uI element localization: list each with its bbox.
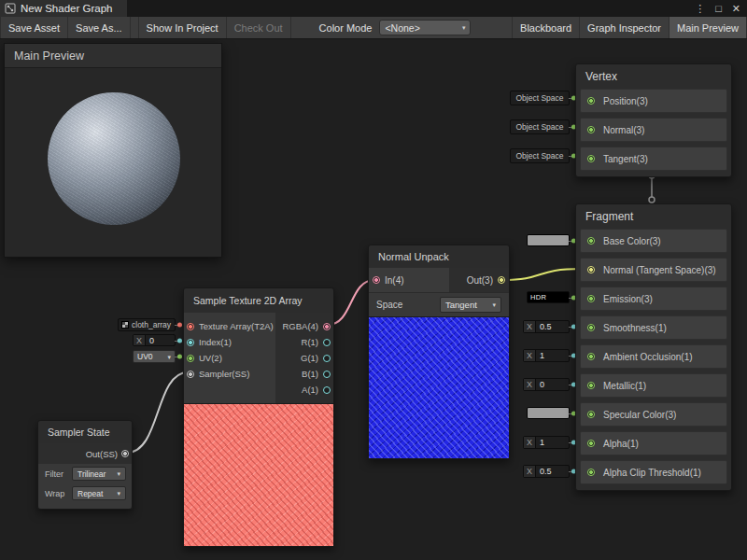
normal-unpack-output: Out(3) (449, 268, 509, 292)
fragment-row-specular-color[interactable]: Specular Color(3) (580, 402, 727, 427)
vertex-row-position[interactable]: Position(3) (580, 89, 727, 113)
fragment-row-smoothness[interactable]: Smoothness(1) (580, 315, 727, 340)
out-ss-port[interactable] (121, 450, 129, 457)
preview-sphere (48, 92, 180, 225)
main-preview-toggle[interactable]: Main Preview (669, 17, 747, 38)
uv-channel-dropdown[interactable]: UV0 ▾ (133, 350, 176, 363)
a-port[interactable] (323, 386, 331, 394)
vertex-node-title[interactable]: Vertex (576, 64, 731, 89)
texture-array-field[interactable]: cloth_array (118, 318, 176, 331)
normal-unpack-title[interactable]: Normal Unpack (369, 245, 509, 268)
fragment-node-title[interactable]: Fragment (576, 204, 731, 229)
smoothness-field[interactable]: X0.5 (523, 320, 570, 333)
graph-inspector-toggle[interactable]: Graph Inspector (580, 17, 669, 38)
position-port[interactable] (587, 97, 595, 105)
space-label: Object Space (515, 151, 563, 161)
close-icon[interactable]: ✕ (732, 0, 740, 17)
fragment-node: Fragment Base Color(3) Normal (Tangent S… (575, 203, 732, 491)
texture-array-port[interactable] (187, 323, 194, 330)
ambient-occlusion-field[interactable]: X1 (523, 349, 570, 362)
out-port[interactable] (498, 276, 505, 284)
specular-color-port[interactable] (587, 411, 595, 418)
kebab-menu-icon[interactable]: ⋮ (695, 0, 705, 17)
space-label: Object Space (515, 122, 563, 132)
normal-tangent-port[interactable] (587, 266, 595, 273)
fragment-row-ambient-occlusion[interactable]: Ambient Occlusion(1) (580, 344, 727, 369)
alpha-field[interactable]: X1 (523, 436, 570, 449)
b-port[interactable] (323, 371, 331, 378)
space-label: Object Space (515, 93, 563, 103)
emission-port[interactable] (587, 295, 595, 302)
wire-out-to-normal[interactable] (502, 269, 582, 280)
ambient-occlusion-port[interactable] (587, 353, 595, 360)
blackboard-toggle[interactable]: Blackboard (512, 17, 580, 38)
chevron-down-icon: ▾ (462, 24, 466, 31)
sampler-port[interactable] (187, 371, 194, 378)
sample-node-title[interactable]: Sample Texture 2D Array (184, 288, 333, 313)
vertex-row-normal[interactable]: Normal(3) (580, 118, 727, 142)
sampler-state-output: Out(SS) (38, 443, 132, 464)
fragment-row-alpha[interactable]: Alpha(1) (580, 431, 727, 455)
wrap-label: Wrap (45, 489, 64, 498)
color-mode-dropdown[interactable]: <None> ▾ (379, 20, 471, 35)
metallic-port[interactable] (587, 382, 595, 389)
chevron-down-icon: ▾ (492, 301, 496, 308)
wire-samplerstate-to-sampler[interactable] (127, 372, 188, 453)
output-b: B(1) (275, 366, 333, 382)
output-g: G(1) (275, 350, 333, 366)
fragment-row-alpha-clip[interactable]: Alpha Clip Threshold(1) (580, 460, 727, 484)
input-index: Index(1) (184, 334, 275, 350)
specular-color-swatch[interactable] (527, 407, 570, 419)
filter-dropdown[interactable]: Trilinear ▾ (72, 467, 126, 481)
output-a: A(1) (275, 382, 333, 398)
save-asset-button[interactable]: Save Asset (0, 17, 68, 38)
hdr-badge: HDR (528, 293, 546, 301)
metallic-field[interactable]: X0 (523, 378, 570, 391)
smoothness-port[interactable] (587, 324, 595, 331)
emission-hdr-swatch[interactable]: HDR (527, 291, 570, 303)
base-color-swatch[interactable] (527, 234, 570, 246)
index-port[interactable] (187, 339, 194, 346)
port-dot (177, 338, 182, 343)
main-preview-body (5, 68, 221, 257)
check-out-button[interactable]: Check Out (227, 17, 291, 38)
shader-graph-tab[interactable]: New Shader Graph (0, 0, 127, 17)
texture-thumbnail-icon (121, 321, 129, 329)
sampler-state-title[interactable]: Sampler State (38, 421, 132, 443)
normal-space-dropdown[interactable]: Object Space (510, 119, 570, 134)
fragment-row-normal[interactable]: Normal (Tangent Space)(3) (580, 258, 727, 282)
save-as-button[interactable]: Save As... (68, 17, 131, 38)
output-r: R(1) (275, 334, 333, 350)
wrap-dropdown[interactable]: Repeat ▾ (72, 486, 126, 500)
vertex-row-tangent[interactable]: Tangent(3) (580, 147, 727, 171)
r-port[interactable] (323, 339, 331, 346)
input-texture-array: Texture Array(T2A) (184, 318, 275, 334)
maximize-icon[interactable]: □ (715, 0, 722, 17)
index-field[interactable]: X0 (133, 334, 176, 346)
space-dropdown[interactable]: Tangent ▾ (440, 297, 501, 313)
tangent-port[interactable] (587, 155, 595, 162)
in-port[interactable] (373, 276, 380, 284)
tangent-space-dropdown[interactable]: Object Space (510, 148, 570, 163)
rgba-port[interactable] (323, 323, 331, 330)
fragment-row-metallic[interactable]: Metallic(1) (580, 373, 727, 398)
uv-port[interactable] (187, 355, 194, 362)
g-port[interactable] (323, 355, 331, 362)
output-rgba: RGBA(4) (275, 318, 333, 334)
alpha-clip-field[interactable]: X0.5 (523, 465, 570, 478)
show-in-project-button[interactable]: Show In Project (138, 17, 227, 38)
position-space-dropdown[interactable]: Object Space (510, 91, 570, 105)
alpha-port[interactable] (587, 440, 595, 447)
sample-node-preview (184, 403, 333, 546)
fragment-row-base-color[interactable]: Base Color(3) (580, 229, 727, 253)
color-mode-label: Color Mode (312, 17, 380, 38)
window-title: New Shader Graph (21, 3, 112, 14)
input-sampler: Sampler(SS) (184, 366, 275, 382)
port-dot (177, 323, 182, 328)
main-preview-header[interactable]: Main Preview (5, 44, 221, 68)
normal-port[interactable] (587, 126, 595, 133)
base-color-port[interactable] (587, 237, 595, 245)
title-bar: New Shader Graph ⋮ □ ✕ (0, 0, 747, 17)
fragment-row-emission[interactable]: Emission(3) (580, 287, 727, 311)
alpha-clip-port[interactable] (587, 469, 595, 476)
